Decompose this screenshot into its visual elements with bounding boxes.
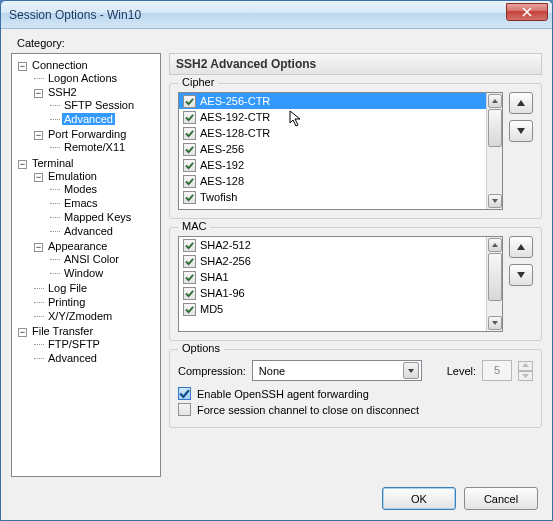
list-item-label: AES-192-CTR	[200, 111, 270, 123]
list-item[interactable]: AES-192	[179, 157, 486, 173]
compression-label: Compression:	[178, 365, 246, 377]
compression-value: None	[259, 365, 285, 377]
options-label: Options	[178, 342, 224, 354]
scroll-thumb[interactable]	[488, 253, 502, 301]
close-button[interactable]	[506, 3, 548, 21]
tree-window[interactable]: Window	[62, 267, 105, 279]
tree-modes[interactable]: Modes	[62, 183, 99, 195]
cipher-move-up-button[interactable]	[509, 92, 533, 114]
checkbox[interactable]	[183, 127, 196, 140]
tree-toggle[interactable]: −	[18, 62, 27, 71]
cipher-listbox[interactable]: AES-256-CTRAES-192-CTRAES-128-CTRAES-256…	[178, 92, 503, 210]
list-item[interactable]: SHA1	[179, 269, 486, 285]
list-item-label: MD5	[200, 303, 223, 315]
list-item[interactable]: AES-128-CTR	[179, 125, 486, 141]
scroll-up-icon[interactable]	[488, 238, 502, 252]
scroll-down-icon[interactable]	[488, 316, 502, 330]
close-icon	[522, 7, 532, 17]
list-item[interactable]: AES-128	[179, 173, 486, 189]
tree-sftp-session[interactable]: SFTP Session	[62, 99, 136, 111]
checkbox[interactable]	[183, 111, 196, 124]
checkbox[interactable]	[183, 271, 196, 284]
checkbox[interactable]	[183, 303, 196, 316]
tree-advanced[interactable]: Advanced	[62, 113, 115, 125]
scroll-down-icon[interactable]	[488, 194, 502, 208]
checkbox[interactable]	[183, 287, 196, 300]
mac-listbox[interactable]: SHA2-512SHA2-256SHA1SHA1-96MD5	[178, 236, 503, 332]
cipher-scrollbar[interactable]	[486, 93, 502, 209]
list-item[interactable]: AES-256	[179, 141, 486, 157]
list-item[interactable]: AES-192-CTR	[179, 109, 486, 125]
tree-toggle[interactable]: −	[18, 328, 27, 337]
tree-port-forwarding[interactable]: Port Forwarding	[46, 128, 128, 140]
tree-emulation[interactable]: Emulation	[46, 170, 99, 182]
checkbox[interactable]	[183, 159, 196, 172]
force-close-label[interactable]: Force session channel to close on discon…	[197, 404, 419, 416]
checkbox[interactable]	[183, 239, 196, 252]
mac-group: MAC SHA2-512SHA2-256SHA1SHA1-96MD5	[169, 227, 542, 341]
tree-toggle[interactable]: −	[18, 160, 27, 169]
list-item[interactable]: SHA1-96	[179, 285, 486, 301]
window-title: Session Options - Win10	[9, 8, 506, 22]
checkbox[interactable]	[183, 255, 196, 268]
tree-remote-x11[interactable]: Remote/X11	[62, 141, 127, 153]
category-label: Category:	[17, 37, 542, 49]
list-item-label: SHA2-512	[200, 239, 251, 251]
tree-xyzmodem[interactable]: X/Y/Zmodem	[46, 310, 114, 322]
triangle-up-icon	[516, 242, 526, 252]
mac-move-down-button[interactable]	[509, 264, 533, 286]
cipher-move-down-button[interactable]	[509, 120, 533, 142]
dialog-body: Category: −Connection Logon Actions −SSH…	[1, 29, 552, 520]
ok-button[interactable]: OK	[382, 487, 456, 510]
list-item-label: Twofish	[200, 191, 237, 203]
list-item[interactable]: SHA2-512	[179, 237, 486, 253]
list-item[interactable]: AES-256-CTR	[179, 93, 486, 109]
level-spin-up	[518, 361, 533, 371]
mac-move-up-button[interactable]	[509, 236, 533, 258]
tree-connection[interactable]: Connection	[30, 59, 90, 71]
checkbox[interactable]	[183, 191, 196, 204]
tree-printing[interactable]: Printing	[46, 296, 87, 308]
cancel-button[interactable]: Cancel	[464, 487, 538, 510]
options-group: Options Compression: None Level: 5	[169, 349, 542, 428]
scroll-thumb[interactable]	[488, 109, 502, 147]
tree-logon-actions[interactable]: Logon Actions	[46, 72, 119, 84]
tree-toggle[interactable]: −	[34, 243, 43, 252]
tree-file-transfer[interactable]: File Transfer	[30, 325, 95, 337]
checkbox[interactable]	[183, 95, 196, 108]
tree-toggle[interactable]: −	[34, 173, 43, 182]
tree-advanced-3[interactable]: Advanced	[46, 352, 99, 364]
list-item-label: AES-256-CTR	[200, 95, 270, 107]
tree-ftp-sftp[interactable]: FTP/SFTP	[46, 338, 102, 350]
tree-terminal[interactable]: Terminal	[30, 157, 76, 169]
checkbox[interactable]	[183, 175, 196, 188]
checkbox[interactable]	[183, 143, 196, 156]
enable-agent-checkbox[interactable]	[178, 387, 191, 400]
list-item[interactable]: SHA2-256	[179, 253, 486, 269]
tree-emacs[interactable]: Emacs	[62, 197, 100, 209]
tree-ssh2[interactable]: SSH2	[46, 86, 79, 98]
list-item-label: AES-128-CTR	[200, 127, 270, 139]
scroll-up-icon[interactable]	[488, 94, 502, 108]
cipher-group: Cipher AES-256-CTRAES-192-CTRAES-128-CTR…	[169, 83, 542, 219]
list-item[interactable]: MD5	[179, 301, 486, 317]
tree-toggle[interactable]: −	[34, 89, 43, 98]
list-item-label: AES-256	[200, 143, 244, 155]
list-item-label: SHA2-256	[200, 255, 251, 267]
compression-combo[interactable]: None	[252, 360, 422, 381]
level-label: Level:	[447, 365, 476, 377]
mac-scrollbar[interactable]	[486, 237, 502, 331]
tree-advanced-2[interactable]: Advanced	[62, 225, 115, 237]
force-close-checkbox[interactable]	[178, 403, 191, 416]
tree-appearance[interactable]: Appearance	[46, 240, 109, 252]
tree-mapped-keys[interactable]: Mapped Keys	[62, 211, 133, 223]
dropdown-icon[interactable]	[403, 362, 419, 379]
tree-log-file[interactable]: Log File	[46, 282, 89, 294]
enable-agent-label[interactable]: Enable OpenSSH agent forwarding	[197, 388, 369, 400]
list-item[interactable]: Twofish	[179, 189, 486, 205]
list-item-label: AES-128	[200, 175, 244, 187]
list-item-label: SHA1	[200, 271, 229, 283]
tree-toggle[interactable]: −	[34, 131, 43, 140]
tree-ansi-color[interactable]: ANSI Color	[62, 253, 121, 265]
category-tree[interactable]: −Connection Logon Actions −SSH2 SFTP Ses…	[11, 53, 161, 477]
